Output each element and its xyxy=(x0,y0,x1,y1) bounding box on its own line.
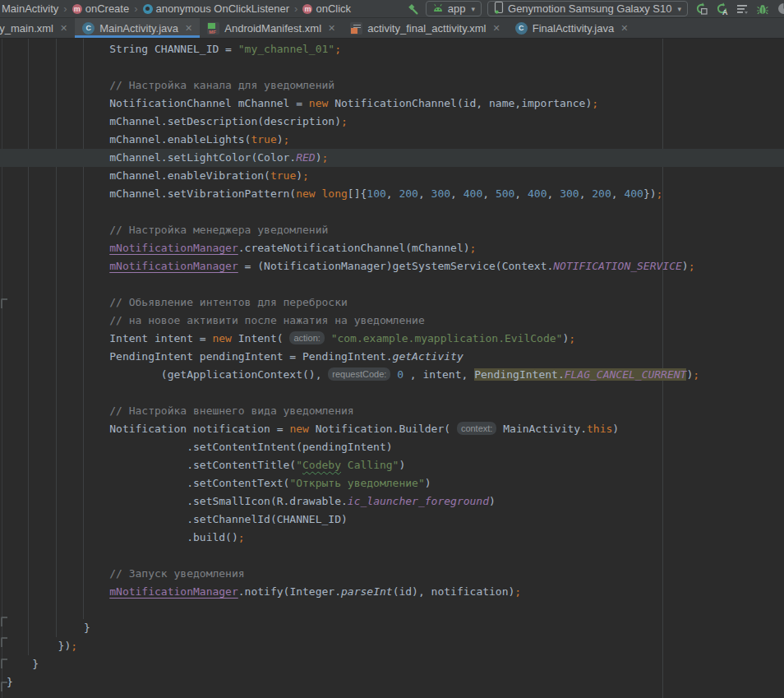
code-line[interactable] xyxy=(7,601,784,619)
code-line[interactable]: mChannel.setDescription(description); xyxy=(7,113,784,131)
code-token: PendingIntent. xyxy=(474,368,565,381)
code-line[interactable]: .setContentText("Открыть уведомление") xyxy=(7,474,784,492)
java-class-icon: C xyxy=(82,22,95,35)
code-token: NotificationChannel mChannel = xyxy=(7,97,309,109)
code-line[interactable]: }); xyxy=(7,637,784,655)
rerun-activity-icon[interactable] xyxy=(694,2,708,16)
code-token: // Настройка внешнего вида уведомления xyxy=(7,404,354,417)
code-token: ; xyxy=(341,115,348,127)
device-selector[interactable]: Genymotion Samsung Galaxy S10 ▾ xyxy=(487,1,688,16)
tab-finalacttivity.java[interactable]: CFinalActtivity.java✕ xyxy=(508,18,636,38)
code-line[interactable] xyxy=(7,384,784,402)
code-token xyxy=(7,242,109,254)
code-token: , intent, xyxy=(404,368,474,381)
apply-code-changes-icon[interactable]: A xyxy=(714,2,729,16)
code-line[interactable]: .build(); xyxy=(7,529,784,547)
close-icon[interactable]: ✕ xyxy=(60,23,67,34)
code-line[interactable]: // Настройка канала для уведомлений xyxy=(7,76,784,95)
profiler-icon[interactable] xyxy=(776,2,784,16)
run-config-selector[interactable]: app ▾ xyxy=(426,1,482,16)
code-token: 400 xyxy=(528,187,546,200)
code-token xyxy=(7,585,109,598)
code-line[interactable]: // Настройка внешнего вида уведомления xyxy=(7,402,784,420)
code-line[interactable]: NotificationChannel mChannel = new Notif… xyxy=(7,95,784,113)
code-token: NOTIFICATION_SERVICE xyxy=(553,260,682,272)
code-line[interactable] xyxy=(7,547,784,565)
close-icon[interactable]: ✕ xyxy=(493,23,500,34)
code-token: } xyxy=(7,676,13,688)
breadcrumb-item-onclick[interactable]: monClick xyxy=(302,2,351,15)
code-line[interactable]: mNotificationManager.notify(Integer.pars… xyxy=(7,583,784,601)
code-token: ic_launcher_foreground xyxy=(348,495,489,507)
tab-androidmanifest.xml[interactable]: AndroidManifest.xml✕ xyxy=(200,18,343,38)
debug-icon[interactable] xyxy=(755,2,770,16)
code-line[interactable]: String CHANNEL_ID = "my_channel_01"; xyxy=(7,40,784,58)
breadcrumb-item-anonymous-onclicklistener[interactable]: anonymous OnClickListener xyxy=(143,2,290,15)
tab-activity_final_acttivity.xml[interactable]: activity_final_acttivity.xml✕ xyxy=(343,18,507,38)
java-class-icon: C xyxy=(515,22,528,35)
build-hammer-icon[interactable] xyxy=(405,2,420,16)
code-line[interactable]: .setContentIntent(pendingIntent) xyxy=(7,438,784,456)
fold-marker-icon[interactable] xyxy=(1,637,7,647)
code-line[interactable]: .setContentTitle("Codeby Calling") xyxy=(7,456,784,474)
tab-label: AndroidManifest.xml xyxy=(224,22,321,35)
code-token: ) xyxy=(399,459,405,471)
code-line[interactable]: (getApplicationContext(), requestCode: 0… xyxy=(7,366,784,384)
parameter-hint: context: xyxy=(457,422,497,435)
code-area[interactable]: String CHANNEL_ID = "my_channel_01"; // … xyxy=(0,39,784,691)
code-token: } xyxy=(7,622,90,634)
code-token: "com.example.myapplication.EvilCode" xyxy=(331,332,563,344)
code-token: new xyxy=(309,97,328,109)
code-line[interactable] xyxy=(7,275,784,294)
code-editor: String CHANNEL_ID = "my_channel_01"; // … xyxy=(0,39,784,698)
code-line[interactable]: } xyxy=(7,619,784,637)
profile-list-icon[interactable] xyxy=(735,2,749,16)
fold-marker-icon[interactable] xyxy=(1,617,7,626)
code-line[interactable]: } xyxy=(7,673,784,691)
code-line[interactable]: mNotificationManager.createNotificationC… xyxy=(7,239,784,257)
fold-marker-icon[interactable] xyxy=(1,659,7,668)
code-token: 0 xyxy=(397,368,404,381)
code-token: .build() xyxy=(7,531,238,543)
code-line[interactable]: } xyxy=(7,655,784,673)
code-line[interactable]: // Запуск уведомления xyxy=(7,565,784,583)
code-line[interactable]: // Настройка менеджера уведомлений xyxy=(7,221,784,239)
code-line[interactable] xyxy=(7,203,784,221)
main-toolbar: MainActivity›monCreate›anonymous OnClick… xyxy=(0,0,784,18)
code-token: 300 xyxy=(560,187,579,200)
code-line[interactable]: mNotificationManager = (NotificationMana… xyxy=(7,257,784,275)
code-token: , xyxy=(611,187,625,200)
code-line[interactable] xyxy=(7,58,784,76)
breadcrumb-item-mainactivity[interactable]: MainActivity xyxy=(2,2,58,15)
close-icon[interactable]: ✕ xyxy=(328,23,335,34)
code-line[interactable]: // на новое активити после нажатия на ув… xyxy=(7,312,784,330)
code-line[interactable]: .setSmallIcon(R.drawable.ic_launcher_for… xyxy=(7,492,784,511)
breadcrumb-item-oncreate[interactable]: monCreate xyxy=(72,2,129,15)
code-token: new xyxy=(296,187,315,200)
code-token: } xyxy=(7,658,39,670)
tab-mainactivity.java[interactable]: CMainActivity.java✕ xyxy=(75,18,200,38)
code-token xyxy=(316,187,322,200)
breadcrumb-label: onCreate xyxy=(85,2,129,15)
code-line[interactable]: mChannel.setVibrationPattern(new long[]{… xyxy=(7,185,784,203)
code-token xyxy=(325,332,331,344)
tab-label: activity_main.xml xyxy=(0,22,53,35)
code-token: .setChannelId(CHANNEL_ID) xyxy=(7,513,348,525)
anonymous-class-icon xyxy=(143,4,153,14)
close-icon[interactable]: ✕ xyxy=(185,23,192,34)
close-icon[interactable]: ✕ xyxy=(620,23,628,34)
code-line[interactable]: .setChannelId(CHANNEL_ID) xyxy=(7,511,784,529)
code-line[interactable]: PendingIntent pendingIntent = PendingInt… xyxy=(7,348,784,366)
fold-marker-icon[interactable] xyxy=(1,298,7,308)
code-line-current[interactable]: mChannel.setLightColor(Color.RED); xyxy=(0,149,784,167)
tab-activity_main.xml[interactable]: activity_main.xml✕ xyxy=(0,18,75,38)
code-line[interactable]: mChannel.enableVibration(true); xyxy=(7,167,784,185)
code-line[interactable]: Notification notification = new Notifica… xyxy=(7,420,784,438)
code-token: 200 xyxy=(592,187,611,200)
code-line[interactable]: // Обьявление интентов для переброски xyxy=(7,294,784,312)
code-line[interactable]: mChannel.enableLights(true); xyxy=(7,131,784,149)
code-line[interactable]: Intent intent = new Intent( action: "com… xyxy=(7,330,784,348)
tab-label: MainActivity.java xyxy=(99,22,178,35)
fold-marker-icon[interactable] xyxy=(1,682,7,691)
code-token: = (NotificationManager)getSystemService(… xyxy=(238,260,554,272)
